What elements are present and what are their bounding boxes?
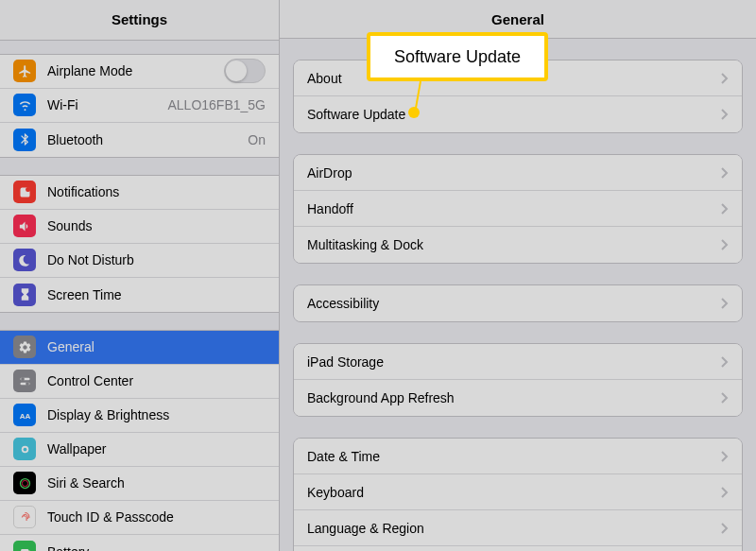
detail-item-language-region[interactable]: Language & Region (294, 510, 742, 546)
row-label: iPad Storage (307, 354, 721, 370)
gear-icon (13, 336, 36, 358)
callout-dot (408, 107, 420, 118)
row-label: General (47, 339, 266, 354)
row-label: Handoff (307, 201, 721, 216)
sidebar-group-general: General Control Center AA Display & Brig… (0, 330, 279, 552)
fingerprint-icon (13, 506, 36, 528)
sidebar-item-display-brightness[interactable]: AA Display & Brightness (0, 399, 279, 433)
siri-icon (13, 472, 36, 494)
sidebar-item-do-not-disturb[interactable]: Do Not Disturb (0, 244, 279, 278)
chevron-right-icon (721, 451, 729, 462)
sidebar-title: Settings (0, 0, 279, 41)
row-label: Accessibility (307, 296, 721, 311)
detail-item-software-update[interactable]: Software Update (294, 96, 742, 132)
chevron-right-icon (721, 392, 729, 404)
detail-item-handoff[interactable]: Handoff (294, 191, 742, 227)
sidebar-item-general[interactable]: General (0, 331, 279, 365)
row-label: Display & Brightness (47, 407, 266, 422)
wallpaper-icon (13, 438, 36, 460)
moon-icon (13, 249, 36, 271)
airplane-icon (13, 60, 36, 82)
detail-item-ipad-storage[interactable]: iPad Storage (294, 344, 742, 380)
wifi-value: ALLO16FB1_5G (167, 97, 266, 112)
sidebar-item-sounds[interactable]: Sounds (0, 210, 279, 244)
bluetooth-value: On (248, 132, 266, 147)
sidebar-item-bluetooth[interactable]: Bluetooth On (0, 123, 279, 157)
sidebar-item-screen-time[interactable]: Screen Time (0, 278, 279, 312)
chevron-right-icon (721, 73, 729, 84)
detail-group-storage: iPad Storage Background App Refresh (293, 343, 743, 417)
sidebar-item-touchid-passcode[interactable]: Touch ID & Passcode (0, 501, 279, 535)
svg-point-1 (26, 186, 30, 191)
chevron-right-icon (721, 523, 729, 534)
chevron-right-icon (721, 203, 729, 215)
row-label: Background App Refresh (307, 390, 721, 405)
svg-point-8 (23, 447, 26, 451)
detail-item-background-app-refresh[interactable]: Background App Refresh (294, 380, 742, 416)
chevron-right-icon (721, 239, 729, 250)
sidebar-item-airplane-mode[interactable]: Airplane Mode (0, 55, 279, 89)
detail-group-datetime: Date & Time Keyboard Language & Region D… (293, 438, 743, 551)
svg-point-5 (26, 382, 29, 386)
row-label: Battery (47, 544, 266, 552)
battery-icon (13, 541, 36, 552)
row-label: Screen Time (47, 287, 266, 302)
sidebar-item-battery[interactable]: Battery (0, 535, 279, 552)
detail-item-accessibility[interactable]: Accessibility (294, 285, 742, 321)
row-label: Date & Time (307, 449, 721, 464)
detail-group-airdrop: AirDrop Handoff Multitasking & Dock (293, 154, 743, 264)
sidebar-item-wallpaper[interactable]: Wallpaper (0, 433, 279, 467)
bluetooth-icon (13, 129, 36, 151)
brightness-icon: AA (13, 404, 36, 426)
row-label: Wallpaper (47, 441, 266, 456)
wifi-icon (13, 94, 36, 116)
row-label: AirDrop (307, 165, 721, 181)
detail-item-date-time[interactable]: Date & Time (294, 439, 742, 474)
detail-item-airdrop[interactable]: AirDrop (294, 155, 742, 191)
sounds-icon (13, 215, 36, 237)
chevron-right-icon (721, 109, 729, 120)
row-label: Language & Region (307, 521, 721, 536)
chevron-right-icon (721, 487, 729, 498)
detail-item-keyboard[interactable]: Keyboard (294, 474, 742, 510)
sidebar-group-notifications: Notifications Sounds Do Not Disturb (0, 175, 279, 313)
row-label: Control Center (47, 373, 266, 388)
row-label: Software Update (307, 107, 721, 122)
sidebar-item-siri-search[interactable]: Siri & Search (0, 467, 279, 501)
row-label: Do Not Disturb (47, 252, 266, 267)
chevron-right-icon (721, 356, 729, 368)
svg-point-10 (22, 480, 27, 486)
chevron-right-icon (721, 298, 729, 309)
sidebar-item-wifi[interactable]: Wi-Fi ALLO16FB1_5G (0, 89, 279, 123)
row-label: Siri & Search (47, 475, 266, 491)
detail-panel: General About Software Update AirDrop (280, 0, 756, 551)
svg-text:AA: AA (19, 411, 30, 420)
row-label: Airplane Mode (47, 63, 224, 78)
settings-sidebar: Settings Airplane Mode Wi-Fi ALLO16FB1_5… (0, 0, 280, 551)
sidebar-item-control-center[interactable]: Control Center (0, 365, 279, 399)
detail-item-dictionary[interactable]: Dictionary (294, 546, 742, 551)
sidebar-item-notifications[interactable]: Notifications (0, 176, 279, 210)
chevron-right-icon (721, 167, 729, 179)
sidebar-group-network: Airplane Mode Wi-Fi ALLO16FB1_5G Bluetoo… (0, 54, 279, 158)
row-label: Wi-Fi (47, 97, 167, 112)
row-label: Bluetooth (47, 132, 248, 147)
switches-icon (13, 370, 36, 392)
row-label: Sounds (47, 218, 266, 233)
callout-box: Software Update (367, 32, 548, 81)
row-label: Multitasking & Dock (307, 237, 721, 252)
row-label: Touch ID & Passcode (47, 509, 266, 525)
hourglass-icon (13, 284, 36, 306)
airplane-mode-toggle[interactable] (224, 59, 266, 83)
row-label: Notifications (47, 184, 266, 199)
row-label: Keyboard (307, 485, 721, 500)
svg-point-4 (21, 377, 25, 381)
notifications-icon (13, 181, 36, 203)
detail-group-accessibility: Accessibility (293, 284, 743, 322)
detail-item-multitasking-dock[interactable]: Multitasking & Dock (294, 227, 742, 263)
